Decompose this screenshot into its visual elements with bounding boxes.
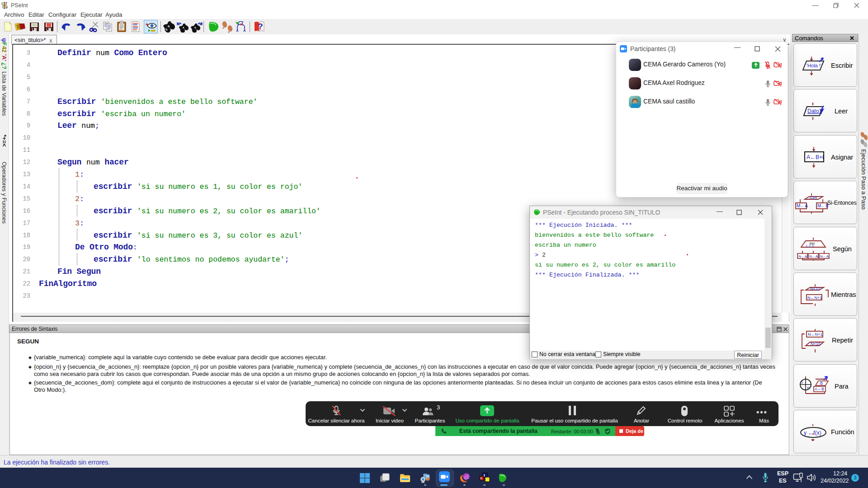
svg-text:'Hola !': 'Hola !' (807, 63, 821, 68)
svg-text:1 2 3: 1 2 3 (806, 244, 814, 248)
svg-text:B: B (820, 381, 823, 385)
svg-text:P: P (807, 386, 809, 390)
svg-text:N←A: N←A (820, 254, 829, 258)
svg-text:N←N+1: N←N+1 (807, 296, 822, 300)
svg-text:A←B+i: A←B+i (807, 154, 824, 160)
svg-text:A←B: A←B (815, 387, 824, 391)
svg-text:N←A: N←A (809, 254, 818, 258)
svg-text:Dato1: Dato1 (807, 108, 822, 114)
svg-text:M←B: M←B (817, 203, 828, 208)
svg-text:M←A: M←A (797, 203, 808, 208)
svg-text:N←N+1: N←N+1 (808, 332, 822, 337)
svg-text:A>B: A>B (809, 196, 817, 200)
svg-text:N<10: N<10 (811, 342, 821, 346)
svg-text:N←A: N←A (798, 254, 807, 258)
svg-text:N<10: N<10 (810, 286, 820, 291)
svg-text:1: 1 (801, 380, 803, 385)
